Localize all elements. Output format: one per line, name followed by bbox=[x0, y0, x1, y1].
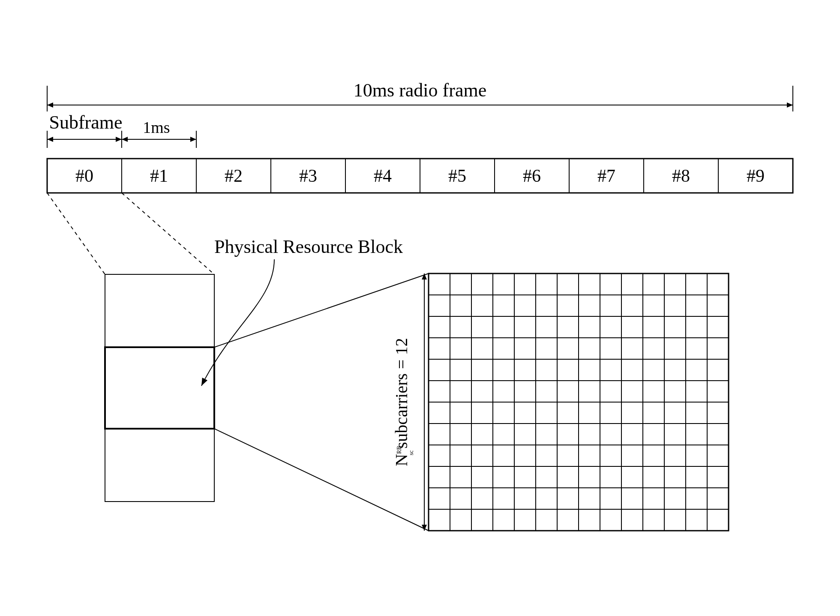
subframe-cell: #1 bbox=[150, 166, 168, 186]
svg-line-19 bbox=[47, 193, 105, 274]
duration-text: 1ms bbox=[143, 118, 170, 136]
subframe-labels: Subframe 1ms bbox=[47, 112, 196, 148]
svg-rect-22 bbox=[105, 347, 214, 429]
subframe-cell: #7 bbox=[597, 166, 615, 186]
subframe-row: #0#1#2#3#4#5#6#7#8#9 bbox=[47, 159, 793, 193]
subframe-cell: #3 bbox=[299, 166, 317, 186]
svg-rect-21 bbox=[105, 274, 214, 502]
subframe-text: Subframe bbox=[49, 112, 122, 133]
subframe-cell: #2 bbox=[225, 166, 243, 186]
prb-label-group: Physical Resource Block bbox=[201, 236, 403, 386]
zoom-out-lines bbox=[47, 193, 214, 274]
subframe-cell: #6 bbox=[523, 166, 541, 186]
subframe-cell: #0 bbox=[75, 166, 93, 186]
svg-line-20 bbox=[122, 193, 214, 274]
svg-line-23 bbox=[214, 273, 429, 347]
frame-bracket: 10ms radio frame bbox=[47, 80, 793, 111]
prb-stack bbox=[105, 274, 214, 502]
subframe-cell: #8 bbox=[672, 166, 690, 186]
subcarriers-label: NRBscsubcarriers = 12 bbox=[392, 338, 414, 466]
subcarriers-axis: NRBscsubcarriers = 12 bbox=[392, 273, 424, 531]
frame-label: 10ms radio frame bbox=[354, 80, 486, 101]
prb-label: Physical Resource Block bbox=[214, 236, 403, 257]
subframe-cell: #9 bbox=[747, 166, 765, 186]
resource-grid bbox=[429, 273, 729, 531]
subframe-cell: #4 bbox=[374, 166, 392, 186]
subframe-cell: #5 bbox=[448, 166, 466, 186]
